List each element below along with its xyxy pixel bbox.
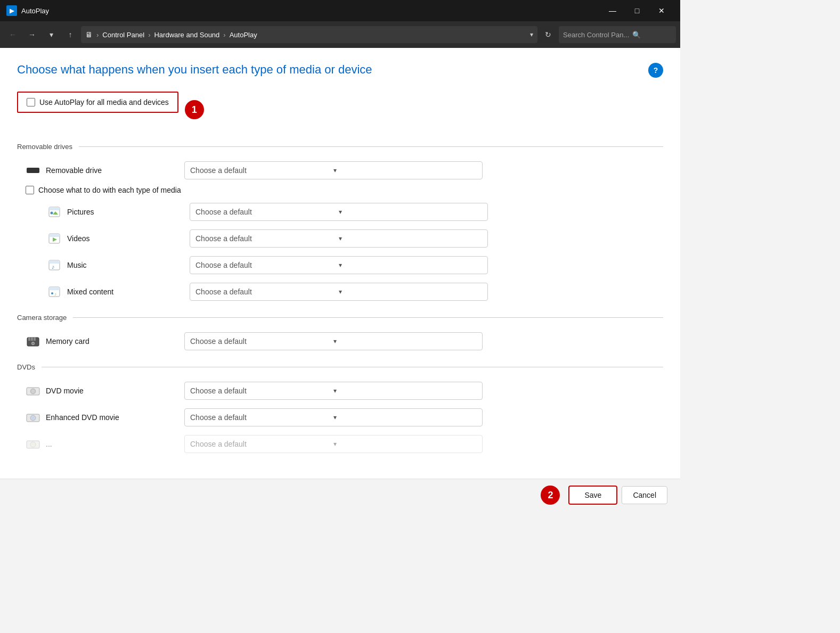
pictures-label: Pictures [67,208,190,216]
forward-button[interactable]: → [23,26,40,43]
enhanced-dvd-icon [26,412,40,423]
dvd-movie-icon [26,385,40,396]
music-dropdown[interactable]: Choose a default ▾ [190,256,488,274]
memory-card-icon [26,336,40,347]
removable-drives-title: Removable drives [17,143,72,151]
extra-dvd-icon [26,439,40,449]
breadcrumb-control-panel[interactable]: Control Panel [102,31,144,39]
chevron-down-icon: ▾ [333,387,477,394]
extra-dvd-dropdown[interactable]: Choose a default ▾ [184,435,483,453]
videos-row: Videos Choose a default ▾ [17,227,663,250]
titlebar-left: ▶ AutoPlay [6,5,49,16]
enhanced-dvd-movie-dropdown[interactable]: Choose a default ▾ [184,408,483,426]
svg-point-12 [51,292,53,294]
enhanced-dvd-movie-label: Enhanced DVD movie [46,413,184,422]
section-divider [79,146,663,147]
svg-point-29 [30,442,36,447]
bottom-bar: 2 Save Cancel [0,479,680,511]
media-types-checkbox[interactable] [26,186,34,194]
dvd-movie-dropdown-value: Choose a default [190,387,333,395]
main-content: ? Choose what happens when you insert ea… [0,48,680,479]
mixed-content-dropdown-value: Choose a default [195,287,339,296]
mixed-content-icon: ♪ [47,286,62,298]
memory-card-dropdown[interactable]: Choose a default ▾ [184,332,483,350]
dvds-title: DVDs [17,363,35,371]
breadcrumb-hardware-sound[interactable]: Hardware and Sound [154,31,219,39]
removable-drive-dropdown-value: Choose a default [190,166,333,175]
back-button[interactable]: ← [4,26,21,43]
cancel-button[interactable]: Cancel [622,486,667,504]
titlebar: ▶ AutoPlay — □ ✕ [0,0,680,21]
media-types-checkbox-row: Choose what to do with each type of medi… [26,186,663,194]
up-button[interactable]: ↑ [62,26,79,43]
memory-card-dropdown-value: Choose a default [190,337,333,346]
extra-dvd-row: ... Choose a default ▾ [17,433,663,455]
maximize-button[interactable]: □ [625,0,649,21]
step2-badge: 2 [541,486,560,505]
chevron-down-icon: ▾ [333,167,477,174]
refresh-button[interactable]: ↻ [540,26,557,43]
address-dropdown-icon[interactable]: ▾ [530,31,533,38]
dvd-movie-label: DVD movie [46,387,184,395]
svg-text:♪: ♪ [52,264,55,270]
save-button[interactable]: Save [568,486,617,505]
dvd-movie-dropdown[interactable]: Choose a default ▾ [184,382,483,400]
breadcrumb-autoplay[interactable]: AutoPlay [230,31,257,39]
enhanced-dvd-movie-row: Enhanced DVD movie Choose a default ▾ [17,406,663,429]
pictures-icon [47,206,62,218]
removable-drive-dropdown[interactable]: Choose a default ▾ [184,161,483,179]
minimize-button[interactable]: — [600,0,625,21]
chevron-down-icon: ▾ [333,440,477,448]
music-label: Music [67,261,190,269]
address-box[interactable]: 🖥 › Control Panel › Hardware and Sound ›… [81,26,537,43]
svg-rect-11 [49,287,60,290]
svg-point-23 [32,391,34,392]
search-icon: 🔍 [632,31,641,39]
videos-dropdown[interactable]: Choose a default ▾ [190,229,488,248]
app-icon: ▶ [6,5,17,16]
section-divider [73,317,663,318]
window-title: AutoPlay [21,7,49,15]
svg-rect-15 [28,338,30,341]
svg-text:♪: ♪ [54,292,56,297]
svg-point-19 [32,343,34,344]
svg-rect-17 [34,338,36,341]
search-placeholder: Search Control Pan... [563,31,629,39]
camera-storage-title: Camera storage [17,314,67,322]
extra-dvd-dropdown-value: Choose a default [190,440,333,448]
chevron-down-icon: ▾ [339,208,482,216]
memory-card-label: Memory card [46,337,184,346]
camera-storage-section-header: Camera storage [17,314,663,322]
chevron-down-icon: ▾ [339,261,482,269]
autoplay-checkbox-label: Use AutoPlay for all media and devices [39,98,169,106]
mixed-content-dropdown[interactable]: Choose a default ▾ [190,283,488,301]
titlebar-controls: — □ ✕ [600,0,674,21]
svg-rect-5 [49,234,60,237]
section-divider [42,367,663,367]
search-box[interactable]: Search Control Pan... 🔍 [559,26,676,43]
close-button[interactable]: ✕ [649,0,674,21]
videos-icon [47,233,62,244]
pictures-dropdown-value: Choose a default [195,208,339,216]
pictures-dropdown[interactable]: Choose a default ▾ [190,203,488,221]
step1-badge: 1 [185,100,204,119]
pictures-row: Pictures Choose a default ▾ [17,201,663,223]
videos-label: Videos [67,234,190,243]
videos-dropdown-value: Choose a default [195,234,339,243]
svg-point-2 [51,212,53,215]
chevron-down-icon: ▾ [339,235,482,242]
autoplay-checkbox[interactable] [27,98,35,106]
svg-rect-16 [31,338,33,341]
mixed-content-row: ♪ Mixed content Choose a default ▾ [17,281,663,303]
mixed-content-label: Mixed content [67,287,190,296]
removable-drive-label: Removable drive [46,166,184,175]
help-button[interactable]: ? [648,63,663,78]
enhanced-dvd-movie-dropdown-value: Choose a default [190,413,333,422]
recent-button[interactable]: ▾ [43,26,60,43]
chevron-down-icon: ▾ [333,414,477,421]
autoplay-checkbox-container: Use AutoPlay for all media and devices [17,92,178,113]
removable-drive-row: Removable drive Choose a default ▾ [17,159,663,182]
dvd-movie-row: DVD movie Choose a default ▾ [17,380,663,402]
svg-rect-1 [49,207,60,210]
removable-drive-icon [26,165,40,176]
